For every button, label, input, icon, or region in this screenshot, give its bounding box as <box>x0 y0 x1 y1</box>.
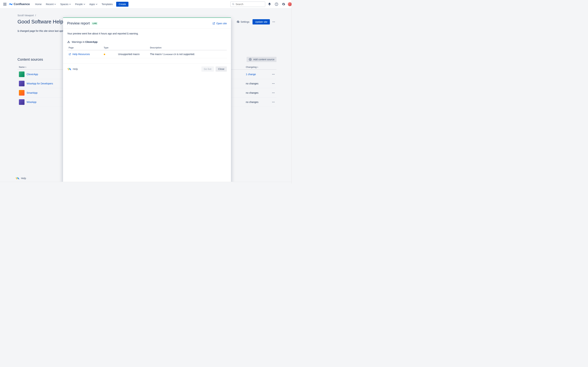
preview-report-modal: Preview report LIVE Open site Your previ… <box>63 17 231 184</box>
nav-recent[interactable]: Recent <box>44 2 58 7</box>
top-nav: Confluence Home Recent Spaces People App… <box>0 0 294 8</box>
col-changelog[interactable]: Changelog⇅ <box>244 65 270 70</box>
svg-point-16 <box>272 93 273 93</box>
external-link-icon <box>212 22 215 25</box>
source-name-link[interactable]: WiseApp for Developers <box>26 82 53 85</box>
gear-icon <box>236 20 240 23</box>
close-button[interactable]: Close <box>216 67 227 72</box>
content-sources-heading: Content sources <box>17 58 43 61</box>
row-more-button[interactable] <box>272 82 275 85</box>
svg-point-13 <box>272 83 273 84</box>
warning-type: Unsupported macro <box>117 50 148 58</box>
source-name-link[interactable]: CleverApp <box>26 73 38 76</box>
nav-spaces[interactable]: Spaces <box>59 2 73 7</box>
nav-apps[interactable]: Apps <box>88 2 99 7</box>
avatar[interactable] <box>288 2 292 6</box>
svg-point-10 <box>272 74 273 75</box>
row-more-button[interactable] <box>272 100 275 104</box>
help-icon[interactable]: ? <box>274 1 279 7</box>
live-lozenge: LIVE <box>92 22 98 25</box>
nav-people[interactable]: People <box>73 2 87 7</box>
changelog-link[interactable]: 1 change <box>246 73 256 76</box>
row-more-button[interactable] <box>272 73 275 76</box>
source-icon <box>19 90 25 96</box>
svg-text:?: ? <box>276 3 277 5</box>
notifications-icon[interactable] <box>267 1 272 7</box>
vertical-scrollbar[interactable] <box>292 0 294 184</box>
svg-point-20 <box>273 102 274 102</box>
viewport-help-icon <box>67 67 71 71</box>
external-link-icon <box>69 53 71 55</box>
nav-templates[interactable]: Templates <box>100 2 115 7</box>
warn-col-page: Page <box>67 45 102 50</box>
svg-point-19 <box>272 102 273 102</box>
breadcrumb-root[interactable]: Scroll Viewport <box>17 14 34 17</box>
app-switcher-icon[interactable] <box>2 1 8 7</box>
changelog-text: no changes <box>246 92 258 94</box>
more-horizontal-icon <box>272 82 275 85</box>
warnings-table: Page Type Description Help Resources <box>67 45 227 58</box>
more-horizontal-icon <box>272 100 275 104</box>
svg-point-0 <box>232 3 234 5</box>
more-button[interactable] <box>271 19 277 25</box>
source-name-link[interactable]: WiseApp <box>26 101 36 103</box>
changelog-text: no changes <box>246 82 258 85</box>
search-icon <box>232 3 234 6</box>
go-live-button: Go live <box>201 67 214 72</box>
svg-point-17 <box>273 93 274 93</box>
source-name-link[interactable]: SmartApp <box>26 92 37 94</box>
warn-col-desc: Description <box>148 45 227 50</box>
svg-point-14 <box>273 83 274 84</box>
svg-point-4 <box>274 22 274 22</box>
warning-page-link[interactable]: Help Resources <box>69 53 101 56</box>
warning-row: Help Resources Unsupported macro The mac… <box>67 50 227 58</box>
chevron-down-icon <box>96 3 97 5</box>
source-icon <box>19 71 25 77</box>
page-help-link[interactable]: Help <box>15 176 26 180</box>
warn-col-type: Type <box>102 45 117 50</box>
warning-icon <box>67 41 70 43</box>
warnings-heading: Warnings in CleverApp <box>67 41 227 43</box>
brand-name: Confluence <box>14 2 30 6</box>
svg-point-15 <box>274 83 275 84</box>
search-input[interactable] <box>230 1 265 7</box>
confluence-mark-icon <box>9 2 13 6</box>
plus-circle-icon <box>249 58 252 61</box>
open-site-link[interactable]: Open site <box>212 22 227 25</box>
source-icon <box>19 81 25 86</box>
chevron-down-icon <box>84 3 85 5</box>
modal-title: Preview report <box>67 21 90 25</box>
add-content-source-button[interactable]: Add content source <box>247 57 277 62</box>
warning-description: The macro livesearch is not supported. <box>148 50 227 58</box>
more-horizontal-icon <box>272 20 275 23</box>
svg-point-3 <box>272 22 273 22</box>
chevron-down-icon <box>54 3 56 5</box>
chevron-down-icon <box>69 3 71 5</box>
more-horizontal-icon <box>272 73 275 76</box>
changelog-text: no changes <box>246 101 258 103</box>
update-site-button[interactable]: Update site <box>252 19 270 25</box>
svg-point-18 <box>274 93 275 93</box>
create-button[interactable]: Create <box>116 2 129 7</box>
row-more-button[interactable] <box>272 91 275 94</box>
breadcrumb: Scroll Viewport / <box>17 14 277 17</box>
svg-point-11 <box>273 74 274 75</box>
source-icon <box>19 99 25 105</box>
viewport-help-icon <box>15 176 20 180</box>
svg-point-5 <box>274 22 275 22</box>
confluence-logo[interactable]: Confluence <box>9 2 30 6</box>
svg-point-21 <box>274 102 275 102</box>
svg-point-12 <box>274 74 275 75</box>
horizontal-scrollbar[interactable] <box>0 182 292 184</box>
preview-message: Your preview went live about 4 hours ago… <box>67 32 227 35</box>
nav-home[interactable]: Home <box>34 2 43 7</box>
more-horizontal-icon <box>272 91 275 94</box>
modal-help-link[interactable]: Help <box>67 67 78 71</box>
warning-dot-icon <box>104 54 105 55</box>
settings-icon[interactable] <box>281 1 286 7</box>
settings-button[interactable]: Settings <box>234 19 252 25</box>
